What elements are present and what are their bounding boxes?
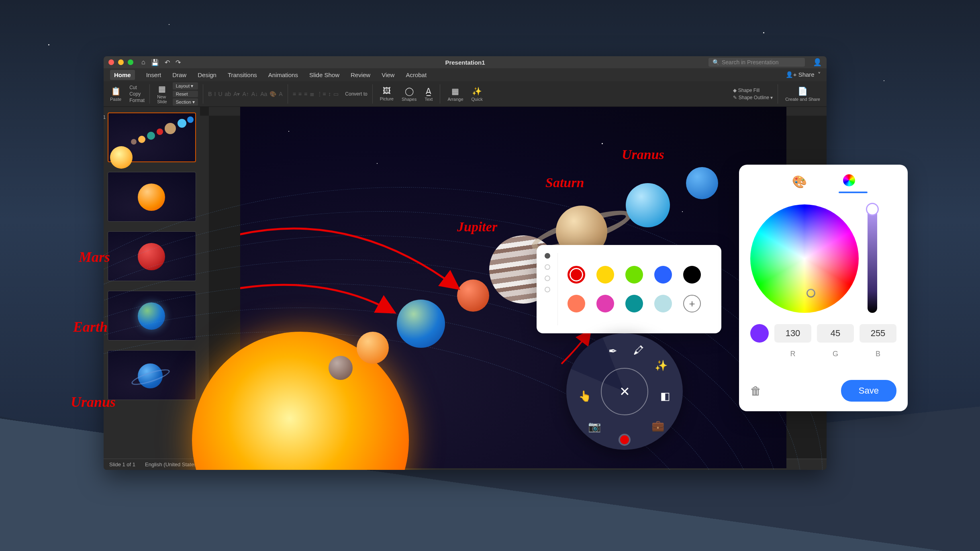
rgb-b-label: B (860, 350, 896, 358)
color-wheel[interactable] (750, 204, 859, 313)
rgb-g-input[interactable]: 45 (817, 324, 854, 343)
size-dot-4[interactable] (545, 287, 550, 292)
slide-canvas-area: Jupiter Saturn Uranus (200, 107, 827, 459)
window-maximize[interactable] (128, 59, 133, 65)
planet-mercury (329, 356, 353, 380)
paragraph-controls: ≡≡≡≣⋮≡ ↕▭ (293, 91, 339, 97)
format-button[interactable]: Format (129, 98, 145, 103)
tab-view[interactable]: View (382, 71, 394, 78)
copy-button[interactable]: Copy (129, 91, 145, 97)
annotation-jupiter: Jupiter (457, 219, 497, 235)
shape-outline-button[interactable]: ✎ Shape Outline ▾ (733, 95, 773, 100)
pointer-tool[interactable]: 👆 (577, 388, 593, 404)
tab-draw[interactable]: Draw (172, 71, 186, 78)
tab-transitions[interactable]: Transitions (228, 71, 257, 78)
rgb-b-input[interactable]: 255 (860, 324, 896, 343)
tab-review[interactable]: Review (351, 71, 370, 78)
size-dot-2[interactable] (545, 264, 550, 270)
tab-acrobat[interactable]: Acrobat (406, 71, 427, 78)
highlighter-tool[interactable]: 🖍 (631, 342, 647, 358)
brightness-knob[interactable] (866, 203, 879, 216)
annotation-saturn: Saturn (545, 175, 584, 190)
pen-tool[interactable]: ✒ (605, 343, 621, 359)
swatch-size-selector[interactable] (545, 253, 558, 325)
camera-tool[interactable]: 📷 (586, 418, 602, 435)
tab-animations[interactable]: Animations (268, 71, 298, 78)
toolbox-tool[interactable]: 💼 (650, 418, 666, 434)
size-dot-1[interactable] (545, 253, 550, 259)
tab-design[interactable]: Design (198, 71, 216, 78)
eraser-tool[interactable]: ◧ (657, 388, 673, 404)
quick-icon: ✨ (472, 86, 482, 96)
arrange-button[interactable]: ▦ Arrange (445, 86, 466, 102)
clipboard-icon: 📋 (111, 86, 121, 96)
text-button[interactable]: A̲ Text (422, 86, 435, 102)
window-close[interactable] (108, 59, 114, 65)
color-wheel-cursor[interactable] (806, 289, 815, 298)
collaborator-icon[interactable]: 👤 (813, 58, 822, 67)
picture-button[interactable]: 🖼 Picture (378, 86, 396, 101)
tab-home[interactable]: Home (110, 70, 135, 80)
create-share-button[interactable]: 📄 Create and Share (783, 86, 823, 102)
share-button[interactable]: 👤+ Share ˅ (786, 71, 821, 78)
convert-to-label[interactable]: Convert to (345, 91, 367, 97)
planet-venus (357, 332, 389, 364)
delete-color-button[interactable]: 🗑 (750, 384, 762, 398)
palette-tab[interactable]: 🎨 (792, 175, 807, 189)
home-icon[interactable]: ⌂ (141, 59, 145, 66)
document-title: Presentation1 (445, 59, 485, 66)
add-swatch-button[interactable]: + (683, 295, 701, 312)
font-controls: BIUabA▾ A↑A↓Aa🎨A (208, 91, 282, 97)
color-swatch-panel: + (537, 245, 721, 333)
annotation-uranus-thumb: Uranus (71, 394, 116, 410)
swatch-teal[interactable] (625, 295, 643, 312)
adobe-icon: 📄 (798, 86, 808, 96)
rgb-r-input[interactable]: 130 (774, 324, 811, 343)
redo-icon[interactable]: ↷ (176, 59, 181, 66)
swatch-magenta[interactable] (596, 295, 614, 312)
section-button[interactable]: Section ▾ (173, 98, 198, 106)
radial-close-button[interactable]: ✕ (601, 368, 648, 415)
annotation-mars: Mars (79, 249, 110, 265)
swatch-red[interactable] (568, 266, 585, 284)
swatch-yellow[interactable] (596, 266, 614, 284)
undo-icon[interactable]: ↶ (165, 59, 170, 66)
cut-button[interactable]: Cut (129, 85, 145, 90)
ribbon: 📋 Paste Cut Copy Format ▦ New Slide Layo… (104, 81, 827, 107)
annotation-uranus: Uranus (622, 147, 664, 162)
swatch-lightblue[interactable] (654, 295, 672, 312)
save-icon[interactable]: 💾 (151, 59, 159, 66)
tab-insert[interactable]: Insert (146, 71, 161, 78)
radial-tool-menu: ✕ ✒ 🖍 ✨ ◧ 💼 📷 👆 (566, 333, 683, 450)
annotation-earth: Earth (73, 318, 108, 335)
magic-tool[interactable]: ✨ (653, 357, 669, 373)
menubar: Home Insert Draw Design Transitions Anim… (104, 68, 827, 81)
new-slide-icon: ▦ (158, 84, 166, 94)
paste-button[interactable]: 📋 Paste (108, 86, 124, 102)
color-picker-panel: 🎨 130 45 255 R G B 🗑 Save (739, 165, 908, 411)
planet-earth (397, 300, 445, 348)
quick-styles-button[interactable]: ✨ Quick (469, 86, 485, 102)
wheel-tab[interactable] (843, 174, 855, 189)
record-button[interactable] (620, 435, 629, 444)
reset-button[interactable]: Reset (173, 91, 198, 97)
search-input[interactable]: 🔍 Search in Presentation (708, 58, 805, 67)
swatch-black[interactable] (683, 266, 701, 284)
planet-uranus (626, 183, 670, 227)
planet-mars (457, 280, 489, 312)
tab-slideshow[interactable]: Slide Show (309, 71, 339, 78)
picture-icon: 🖼 (383, 86, 391, 96)
swatch-coral[interactable] (568, 295, 585, 312)
new-slide-button[interactable]: ▦ New Slide (155, 84, 169, 104)
layout-button[interactable]: Layout ▾ (173, 82, 198, 90)
shape-fill-button[interactable]: ◆ Shape Fill (733, 88, 773, 93)
save-color-button[interactable]: Save (841, 380, 896, 402)
thumbnail-1[interactable]: 1 (108, 112, 196, 162)
size-dot-3[interactable] (545, 276, 550, 281)
thumbnail-2[interactable] (108, 172, 196, 222)
brightness-slider[interactable] (868, 204, 877, 313)
window-minimize[interactable] (118, 59, 124, 65)
swatch-blue[interactable] (654, 266, 672, 284)
shapes-button[interactable]: ◯ Shapes (399, 86, 419, 102)
swatch-green[interactable] (625, 266, 643, 284)
